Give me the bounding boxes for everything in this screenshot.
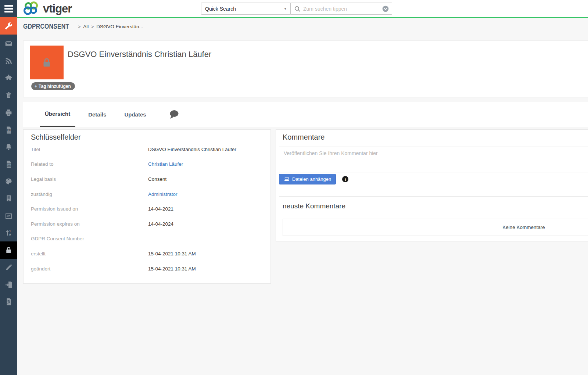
lock-icon	[40, 56, 53, 69]
palette-icon	[5, 177, 12, 185]
field-label: Related to	[31, 161, 148, 167]
breadcrumb-separator: >	[91, 24, 94, 29]
key-fields-panel: Schlüsselfelder Titel DSGVO Einverständn…	[23, 129, 271, 284]
field-value: 14-04-2021	[148, 206, 173, 212]
field-value: Consent	[148, 176, 166, 182]
pencil-icon	[5, 263, 12, 271]
sidebar: PDF MAIL 19	[0, 0, 17, 375]
sidebar-item-organization[interactable]	[0, 190, 17, 207]
global-search	[290, 3, 392, 15]
comments-title: Kommentare	[283, 133, 325, 141]
laptop-icon	[284, 177, 290, 182]
search-input[interactable]	[303, 3, 377, 14]
breadcrumb-item-record: DSGVO Einverstän...	[96, 24, 143, 29]
field-label: geändert	[31, 266, 148, 272]
attach-files-label: Dateien anhängen	[292, 176, 331, 182]
pdf-file-icon: PDF	[5, 126, 12, 134]
breadcrumb: GDPRCONSENT > All > DSGVO Einverstän...	[17, 18, 588, 35]
record-image-tile	[30, 46, 64, 79]
svg-text:PDF: PDF	[7, 129, 11, 131]
sidebar-item-pdf-maker[interactable]: PDF	[0, 121, 17, 139]
wrench-icon	[5, 22, 12, 30]
rss-icon	[5, 57, 12, 65]
lock-icon	[4, 246, 13, 254]
key-fields-rows: Titel DSGVO Einverständnis Christian Läu…	[31, 142, 263, 276]
sidebar-item-sort-numeric[interactable]: 19	[0, 224, 17, 241]
breadcrumb-separator: >	[78, 24, 80, 29]
document-report-icon	[5, 298, 12, 306]
search-scope-value: Quick Search	[205, 6, 236, 12]
cloud-logo-icon	[22, 1, 42, 17]
page-title: DSGVO Einverständnis Christian Läufer	[68, 50, 211, 59]
info-icon[interactable]: i	[342, 176, 348, 182]
puzzle-icon	[5, 74, 12, 82]
comments-divider	[279, 196, 588, 197]
chart-line-icon	[5, 212, 12, 220]
sidebar-item-gdpr-consent[interactable]	[0, 241, 17, 259]
building-icon	[5, 194, 12, 202]
search-icon	[294, 6, 301, 12]
field-label: Permission expires on	[31, 221, 148, 227]
recent-comments-title: neuste Kommentare	[283, 202, 345, 210]
sidebar-item-settings[interactable]	[0, 17, 17, 35]
breadcrumb-item-all[interactable]: All	[83, 24, 89, 29]
add-tag-label: Tag hinzufügen	[39, 84, 71, 89]
field-value: 14-04-2024	[148, 221, 173, 227]
record-header: DSGVO Einverständnis Christian Läufer + …	[23, 40, 588, 97]
field-value-link[interactable]: Christian Läufer	[148, 161, 183, 167]
trash-icon	[5, 91, 12, 99]
tab-comments[interactable]	[168, 102, 180, 127]
field-label: Titel	[31, 147, 148, 152]
field-label: erstellt	[31, 251, 148, 257]
sidebar-item-mail-manager[interactable]: MAIL	[0, 155, 17, 173]
key-fields-title: Schlüsselfelder	[31, 133, 81, 141]
menu-icon[interactable]	[0, 0, 17, 17]
comments-panel: Kommentare Dateien anhängen i neuste Kom…	[276, 129, 588, 241]
field-row: Legal basis Consent	[31, 172, 263, 187]
field-row: GDPR Consent Number	[31, 232, 263, 247]
field-label: Legal basis	[31, 176, 148, 182]
no-comments-text: Keine Kommentare	[502, 225, 545, 230]
bell-icon	[5, 143, 12, 151]
field-value-link[interactable]: Administrator	[148, 191, 178, 197]
sidebar-item-extensions[interactable]	[0, 69, 17, 86]
attach-row: Dateien anhängen i	[279, 174, 348, 184]
svg-text:MAIL: MAIL	[7, 164, 11, 166]
app-logo[interactable]: vtiger	[22, 1, 72, 17]
topbar: vtiger Quick Search ▾	[17, 0, 588, 18]
fax-icon	[5, 109, 12, 116]
tab-updates[interactable]: Updates	[119, 102, 151, 127]
field-row: geändert 15-04-2021 10:31 AM	[31, 261, 263, 276]
field-row: Permission expires on 14-04-2024	[31, 216, 263, 232]
field-row: zuständig Administrator	[31, 187, 263, 202]
sidebar-item-fax[interactable]	[0, 104, 17, 121]
numeric-sort-icon: 19	[5, 229, 12, 237]
sidebar-item-notifications[interactable]	[0, 138, 17, 155]
sidebar-item-import[interactable]	[0, 276, 17, 293]
search-scope-select[interactable]: Quick Search ▾	[201, 3, 290, 15]
sidebar-item-edit[interactable]	[0, 259, 17, 276]
attach-files-button[interactable]: Dateien anhängen	[279, 174, 336, 184]
no-comments-box: Keine Kommentare	[283, 219, 588, 236]
breadcrumb-module[interactable]: GDPRCONSENT	[23, 23, 69, 31]
field-row: Related to Christian Läufer	[31, 157, 263, 172]
mail-file-icon: MAIL	[5, 160, 12, 168]
field-row: Titel DSGVO Einverständnis Christian Läu…	[31, 142, 263, 157]
add-tag-button[interactable]: + Tag hinzufügen	[31, 82, 75, 90]
chevron-circle-icon[interactable]	[382, 5, 389, 12]
document-import-icon	[5, 281, 13, 289]
app-window: PDF MAIL 19	[0, 0, 588, 391]
sidebar-item-reports[interactable]	[0, 207, 17, 225]
field-label: GDPR Consent Number	[31, 236, 148, 241]
envelope-icon	[5, 40, 12, 47]
sidebar-item-recycle-bin[interactable]	[0, 86, 17, 104]
field-row: erstellt 15-04-2021 10:31 AM	[31, 246, 263, 261]
sidebar-item-report-doc[interactable]	[0, 293, 17, 310]
tab-overview[interactable]: Übersicht	[40, 102, 75, 127]
plus-icon: +	[35, 84, 37, 89]
sidebar-item-theme[interactable]	[0, 173, 17, 190]
sidebar-item-feeds[interactable]	[0, 52, 17, 69]
sidebar-item-mailroom[interactable]	[0, 35, 17, 52]
comment-input[interactable]	[279, 147, 588, 172]
tab-details[interactable]: Details	[83, 102, 111, 127]
